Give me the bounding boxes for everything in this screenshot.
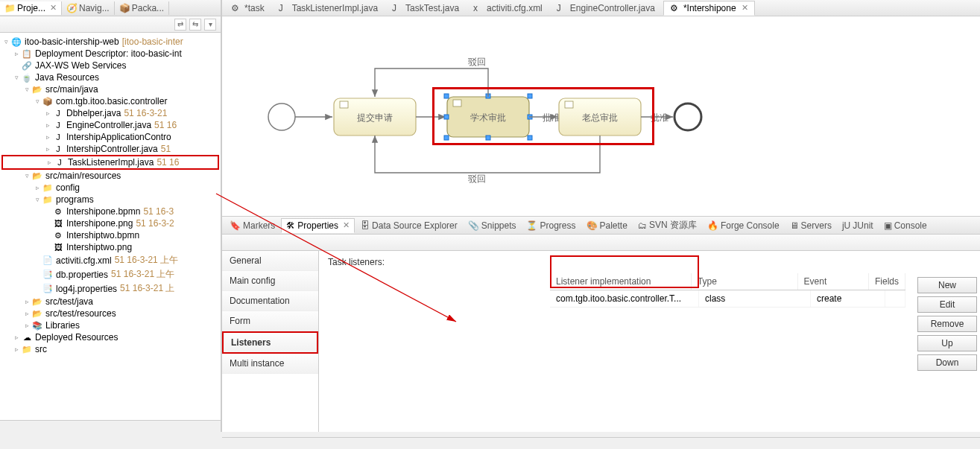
editor-tab-activiticfg[interactable]: xactiviti.cfg.xml (467, 1, 549, 15)
tree-item[interactable]: ▹📁config (1, 182, 219, 194)
sequence-flow-reject[interactable] (375, 69, 488, 97)
listeners-table[interactable]: Listener implementation Type Event Field… (550, 273, 905, 426)
user-task-icon (565, 101, 573, 108)
prop-nav-mainconfig[interactable]: Main config (222, 271, 318, 291)
tab-snippets[interactable]: 📎Snippets (464, 219, 521, 232)
tree-item[interactable]: ▹📁src (1, 343, 219, 355)
prop-nav-form[interactable]: Form (222, 311, 318, 331)
editor-tab-tasktest[interactable]: JTaskTest.java (386, 1, 466, 15)
selection-handle[interactable] (528, 136, 532, 140)
table-row[interactable]: com.tgb.itoo.basic.controller.T... class… (550, 290, 905, 308)
view-menu-button[interactable]: ▾ (204, 19, 216, 31)
bpmn-canvas[interactable]: 提交申请 学术审批 批准 (222, 16, 980, 216)
tree-item[interactable]: ▹📂src/test/resources (1, 308, 219, 319)
svg-text:提交申请: 提交申请 (357, 112, 393, 123)
library-icon: 📚 (31, 320, 43, 331)
folder-icon: 📁 (21, 344, 33, 354)
tab-datasource[interactable]: 🗄Data Source Explorer (356, 219, 462, 232)
editor-tab-intershipone[interactable]: ⚙*Intershipone✕ (663, 1, 755, 16)
close-icon[interactable]: ✕ (742, 3, 748, 13)
tree-file[interactable]: ▹JEngineController.java51 16 (1, 119, 219, 131)
tree-file[interactable]: ▹JIntershipApplicationContro (1, 131, 219, 143)
tree-item[interactable]: ▹☁Deployed Resources (1, 331, 219, 343)
tree-file[interactable]: ▹JDbhelper.java51 16-3-21 (1, 107, 219, 119)
markers-icon: 🔖 (230, 220, 241, 231)
user-task-icon (340, 101, 348, 108)
tab-project-explorer[interactable]: 📁 Proje... ✕ (0, 1, 62, 15)
selection-handle[interactable] (528, 94, 532, 98)
editor-tab-enginectrl[interactable]: JEngineController.java (551, 1, 662, 15)
tree-file[interactable]: ▹JIntershipController.java51 (1, 143, 219, 155)
tree-file[interactable]: 🖼Intershiptwo.png (1, 241, 219, 253)
tree-item[interactable]: ▿🍵Java Resources (1, 71, 219, 83)
down-button[interactable]: Down (917, 354, 977, 371)
editor-tab-tasklistener[interactable]: JTaskListenerImpl.java (273, 1, 385, 15)
prop-nav-general[interactable]: General (222, 251, 318, 271)
tree-file[interactable]: 🖼Intershipone.png51 16-3-2 (1, 217, 219, 229)
tab-progress[interactable]: ⏳Progress (522, 219, 580, 232)
link-editor-button[interactable]: ⇆ (189, 19, 201, 31)
remove-button[interactable]: Remove (917, 316, 977, 332)
tree-file-tasklistener[interactable]: ▹JTaskListenerImpl.java51 16 (1, 155, 219, 170)
selection-handle[interactable] (444, 136, 449, 140)
tree-item[interactable]: ▿📂src/main/resources (1, 170, 219, 182)
bpmn-icon: ⚙ (52, 230, 64, 241)
collapse-all-button[interactable]: ⇄ (174, 19, 186, 31)
edit-button[interactable]: Edit (917, 296, 977, 313)
tab-junit[interactable]: jUJUnit (838, 219, 878, 232)
tree-file[interactable]: ⚙Intershipone.bpmn51 16-3 (1, 206, 219, 217)
tab-package-explorer[interactable]: 📦 Packa... (115, 1, 169, 15)
palette-icon: 🎨 (587, 220, 598, 231)
tab-navigator[interactable]: 🧭 Navig... (62, 1, 115, 15)
close-icon[interactable]: ✕ (50, 3, 57, 13)
selection-handle[interactable] (444, 94, 449, 98)
svg-text:驳回: 驳回 (468, 173, 486, 184)
png-icon: 🖼 (52, 242, 64, 252)
tree-item[interactable]: ▿📂src/main/java (1, 83, 219, 95)
col-type: Type (692, 273, 798, 290)
tree-file[interactable]: 📄activiti.cfg.xml51 16-3-21 上午 (1, 253, 219, 267)
tree-item[interactable]: ▹📂src/test/java (1, 296, 219, 308)
selection-handle[interactable] (444, 115, 449, 119)
up-button[interactable]: Up (917, 335, 977, 351)
close-icon[interactable]: ✕ (343, 220, 350, 230)
svg-text:批准: 批准 (543, 112, 560, 123)
col-fields: Fields (869, 273, 905, 290)
tab-servers[interactable]: 🖥Servers (785, 219, 836, 232)
prop-nav-documentation[interactable]: Documentation (222, 291, 318, 311)
source-folder-icon: 📂 (31, 308, 43, 319)
folder-icon: 📁 (4, 3, 15, 13)
tab-properties[interactable]: 🛠Properties✕ (281, 218, 355, 233)
start-event[interactable] (268, 104, 295, 130)
tab-palette[interactable]: 🎨Palette (582, 219, 632, 232)
tree-item[interactable]: 🔗JAX-WS Web Services (1, 60, 219, 71)
tab-forge[interactable]: 🔥Forge Console (703, 219, 784, 232)
tree-item[interactable]: ▿📁programs (1, 194, 219, 206)
tree-file[interactable]: 📑db.properties51 16-3-21 上午 (1, 267, 219, 281)
folder-icon: 📁 (42, 194, 54, 205)
editor-tab-task[interactable]: ⚙*task (225, 1, 271, 15)
tab-label: Proje... (17, 3, 45, 13)
tab-svn[interactable]: 🗂SVN 资源库 (633, 217, 701, 233)
tree-item[interactable]: ▿📦com.tgb.itoo.basic.controller (1, 95, 219, 107)
sequence-flow-reject[interactable] (375, 136, 600, 173)
project-tree[interactable]: ▿🌐itoo-basic-intership-web[itoo-basic-in… (0, 33, 221, 420)
java-file-icon: J (392, 3, 402, 13)
tree-file[interactable]: ⚙Intershiptwo.bpmn (1, 229, 219, 241)
tree-project-root[interactable]: ▿🌐itoo-basic-intership-web[itoo-basic-in… (1, 36, 219, 48)
prop-nav-listeners[interactable]: Listeners (222, 331, 318, 354)
new-button[interactable]: New (917, 277, 977, 293)
editor-tabbar: ⚙*task JTaskListenerImpl.java JTaskTest.… (222, 0, 980, 16)
tab-markers[interactable]: 🔖Markers (225, 219, 279, 232)
tree-item[interactable]: ▹📚Libraries (1, 319, 219, 331)
source-folder-icon: 📂 (31, 171, 43, 181)
sidebar-scrollbar[interactable] (0, 420, 221, 432)
content-scrollbar[interactable] (222, 437, 980, 449)
end-event[interactable] (674, 104, 701, 130)
prop-nav-multi[interactable]: Multi instance (222, 354, 318, 374)
tab-console[interactable]: ▣Console (879, 219, 932, 232)
cell-type: class (699, 290, 811, 307)
tree-item[interactable]: ▹📋Deployment Descriptor: itoo-basic-int (1, 48, 219, 60)
tree-file[interactable]: 📑log4j.properties51 16-3-21 上 (1, 281, 219, 296)
selection-handle[interactable] (486, 136, 490, 140)
